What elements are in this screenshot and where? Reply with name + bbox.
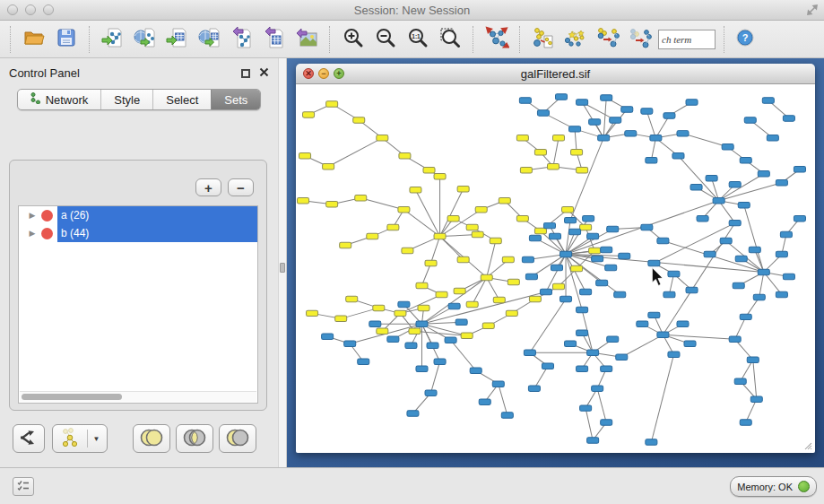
graph-edge[interactable] xyxy=(646,111,655,138)
graph-node[interactable] xyxy=(395,310,406,316)
graph-node[interactable] xyxy=(358,359,369,364)
graph-node[interactable] xyxy=(646,439,657,445)
import-table-file-button[interactable] xyxy=(163,25,192,54)
graph-node[interactable] xyxy=(416,282,428,288)
select-set-nodes-button[interactable] xyxy=(561,25,590,54)
graph-node[interactable] xyxy=(519,98,531,103)
graph-node[interactable] xyxy=(780,231,792,237)
graph-node[interactable] xyxy=(543,222,555,228)
graph-node[interactable] xyxy=(407,411,419,416)
graph-node[interactable] xyxy=(607,336,619,342)
graph-node[interactable] xyxy=(387,336,399,342)
graph-node[interactable] xyxy=(776,291,787,297)
add-selection-to-set-button[interactable] xyxy=(594,25,622,54)
graph-node[interactable] xyxy=(299,153,311,159)
set-row-b[interactable]: ▶ b (44) xyxy=(19,224,257,242)
graph-node[interactable] xyxy=(664,113,675,118)
set-operation-dropdown-button[interactable]: ▼ xyxy=(52,424,108,453)
graph-node[interactable] xyxy=(733,282,744,288)
graph-node[interactable] xyxy=(648,260,660,265)
graph-node[interactable] xyxy=(776,179,787,185)
apply-layout-button[interactable] xyxy=(482,25,511,54)
graph-node[interactable] xyxy=(794,167,805,172)
graph-node[interactable] xyxy=(528,386,540,391)
graph-node[interactable] xyxy=(587,350,599,355)
graph-node[interactable] xyxy=(472,231,483,237)
graph-node[interactable] xyxy=(758,269,769,274)
graph-node[interactable] xyxy=(398,301,410,307)
graph-edge[interactable] xyxy=(603,109,627,138)
graph-node[interactable] xyxy=(373,305,385,310)
graph-node[interactable] xyxy=(747,357,759,362)
graph-node[interactable] xyxy=(482,323,494,328)
import-network-url-button[interactable] xyxy=(131,25,160,54)
graph-node[interactable] xyxy=(551,265,562,270)
graph-node[interactable] xyxy=(616,354,628,360)
graph-node[interactable] xyxy=(502,256,514,262)
graph-node[interactable] xyxy=(738,202,750,207)
graph-node[interactable] xyxy=(729,336,741,342)
save-session-button[interactable] xyxy=(52,25,81,54)
graph-node[interactable] xyxy=(587,233,599,239)
graph-node[interactable] xyxy=(601,420,612,425)
graph-node[interactable] xyxy=(734,378,746,384)
graph-node[interactable] xyxy=(534,228,546,233)
graph-node[interactable] xyxy=(493,297,505,302)
graph-edge[interactable] xyxy=(719,174,764,201)
graph-node[interactable] xyxy=(537,110,549,116)
graph-node[interactable] xyxy=(552,135,564,141)
graph-edge[interactable] xyxy=(530,299,566,352)
graph-node[interactable] xyxy=(577,307,588,312)
graph-node[interactable] xyxy=(562,206,574,212)
graph-node[interactable] xyxy=(416,321,428,326)
graph-node[interactable] xyxy=(447,215,459,221)
graph-edge[interactable] xyxy=(499,384,507,415)
network-frame-titlebar[interactable]: ✕ − + galFiltered.sif xyxy=(296,64,815,84)
graph-node[interactable] xyxy=(750,396,762,402)
graph-node[interactable] xyxy=(587,438,599,443)
tab-sets[interactable]: Sets xyxy=(211,90,260,109)
graph-node[interactable] xyxy=(540,289,551,294)
graph-node[interactable] xyxy=(758,171,769,177)
graph-node[interactable] xyxy=(704,251,716,256)
import-network-file-button[interactable] xyxy=(99,25,127,54)
graph-node[interactable] xyxy=(534,150,546,155)
graph-node[interactable] xyxy=(466,224,478,230)
graph-node[interactable] xyxy=(323,164,334,169)
graph-node[interactable] xyxy=(340,242,351,248)
graph-node[interactable] xyxy=(601,95,612,100)
add-set-button[interactable]: + xyxy=(195,178,221,196)
graph-node[interactable] xyxy=(783,116,794,121)
graph-node[interactable] xyxy=(672,153,684,159)
graph-node[interactable] xyxy=(499,197,510,203)
graph-node[interactable] xyxy=(326,201,338,206)
graph-node[interactable] xyxy=(405,343,417,348)
graph-node[interactable] xyxy=(556,94,568,100)
graph-node[interactable] xyxy=(425,390,437,395)
graph-node[interactable] xyxy=(648,312,660,317)
graph-node[interactable] xyxy=(601,366,612,371)
graph-node[interactable] xyxy=(569,229,581,234)
graph-node[interactable] xyxy=(657,238,669,243)
graph-edge[interactable] xyxy=(753,360,757,399)
graph-node[interactable] xyxy=(470,368,481,373)
graph-node[interactable] xyxy=(542,363,553,369)
graph-node[interactable] xyxy=(740,420,751,425)
tab-network[interactable]: Network xyxy=(18,90,101,109)
graph-node[interactable] xyxy=(684,341,696,346)
graph-node[interactable] xyxy=(418,305,429,310)
graph-node[interactable] xyxy=(729,181,741,187)
graph-node[interactable] xyxy=(735,256,747,261)
graph-edge[interactable] xyxy=(487,241,496,278)
graph-node[interactable] xyxy=(571,265,583,271)
graph-node[interactable] xyxy=(479,399,490,404)
graph-node[interactable] xyxy=(423,168,435,173)
graph-node[interactable] xyxy=(427,343,438,348)
graph-node[interactable] xyxy=(434,359,446,364)
graph-node[interactable] xyxy=(589,119,601,125)
graph-node[interactable] xyxy=(592,256,603,261)
graph-node[interactable] xyxy=(516,135,528,141)
close-panel-icon[interactable] xyxy=(259,66,269,80)
graph-node[interactable] xyxy=(720,238,732,243)
graph-node[interactable] xyxy=(454,288,465,293)
